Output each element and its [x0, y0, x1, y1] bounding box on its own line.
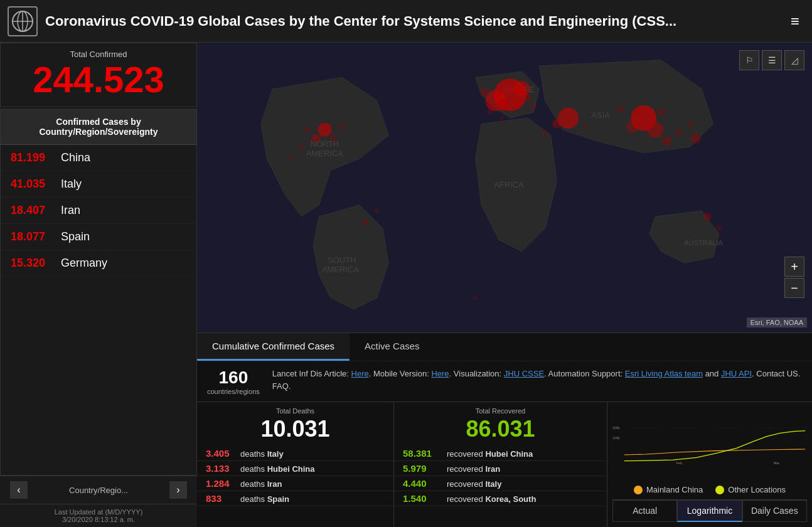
map-attribution: Esri, FAO, NOAA: [747, 317, 807, 327]
legend-item: Mainland China: [634, 485, 703, 494]
country-name: Spain: [61, 230, 90, 243]
legend-dot: [634, 486, 643, 494]
country-item[interactable]: 15.320Germany: [1, 250, 196, 277]
svg-text:AFRICA: AFRICA: [494, 180, 524, 189]
death-item: 3.133deaths Hubei China: [197, 461, 393, 476]
recovery-item: 1.540recovered Korea, South: [394, 491, 607, 506]
chart-tab-2[interactable]: Daily Cases: [742, 500, 807, 522]
tab-0[interactable]: Cumulative Confirmed Cases: [197, 333, 350, 361]
total-confirmed-box: Total Confirmed 244.523: [0, 43, 197, 107]
svg-point-37: [363, 220, 368, 225]
death-count: 3.405: [206, 448, 240, 459]
here1-link[interactable]: Here: [351, 369, 369, 378]
svg-point-15: [498, 100, 509, 111]
chart-tab-0[interactable]: Actual: [612, 500, 677, 522]
last-updated-label: Last Updated at (M/D/YYYY): [10, 508, 187, 516]
svg-point-18: [480, 88, 488, 96]
svg-point-36: [299, 145, 304, 149]
death-item: 3.405deaths Italy: [197, 446, 393, 461]
chart-legend: Mainland ChinaOther Locations: [612, 482, 807, 497]
legend-dot: [715, 486, 724, 494]
esri-link[interactable]: Esri Living Atlas team: [625, 369, 703, 378]
map-zoom: + −: [784, 257, 804, 298]
chart-svg: 200k 100k Feb. Mar.: [612, 407, 807, 482]
svg-point-26: [662, 137, 671, 146]
chart-tabs: ActualLogarithmicDaily Cases: [612, 499, 807, 522]
bottom-panels: Total Deaths 10.031 3.405deaths Italy3.1…: [197, 402, 812, 527]
country-item[interactable]: 41.035Italy: [1, 171, 196, 198]
death-desc: deaths Spain: [240, 494, 289, 504]
automation-text: . Automation Support:: [544, 369, 625, 378]
death-desc: deaths Iran: [240, 479, 282, 489]
recovery-count: 4.440: [403, 478, 447, 489]
country-list-scroll[interactable]: 81.199China41.035Italy18.407Iran18.077Sp…: [1, 145, 196, 475]
recovery-country: Korea, South: [485, 494, 536, 504]
app-header: Coronavirus COVID-19 Global Cases by the…: [0, 0, 812, 43]
zoom-in-button[interactable]: +: [784, 257, 804, 277]
death-country: Italy: [267, 449, 284, 459]
total-confirmed-number: 244.523: [11, 61, 186, 98]
death-count: 1.284: [206, 478, 240, 489]
death-country: Iran: [267, 479, 282, 489]
svg-text:Mar.: Mar.: [774, 461, 780, 465]
svg-text:AMERICA: AMERICA: [322, 265, 359, 274]
svg-point-40: [716, 225, 722, 231]
country-count: 81.199: [11, 151, 61, 164]
svg-point-34: [304, 127, 310, 132]
country-item[interactable]: 18.407Iran: [1, 198, 196, 224]
map-toolbar: ⚐ ☰ ◿: [739, 50, 804, 70]
last-updated-value: 3/20/2020 8:13:12 a. m.: [10, 516, 187, 523]
chart-tab-1[interactable]: Logarithmic: [677, 500, 742, 522]
svg-point-39: [703, 213, 712, 221]
zoom-out-button[interactable]: −: [784, 278, 804, 298]
tab-1[interactable]: Active Cases: [350, 333, 435, 361]
svg-point-33: [330, 135, 337, 142]
country-item[interactable]: 18.077Spain: [1, 224, 196, 250]
tabs-bar: Cumulative Confirmed CasesActive Cases: [197, 333, 812, 361]
country-name: Italy: [61, 178, 82, 191]
death-item: 833deaths Spain: [197, 491, 393, 506]
countries-count-label: countries/regions: [207, 388, 260, 395]
total-deaths-header: Total Deaths: [197, 407, 393, 415]
main-body: Total Confirmed 244.523 Confirmed Cases …: [0, 43, 812, 527]
countries-count: 160 countries/regions: [207, 368, 260, 395]
list-view-button[interactable]: ☰: [762, 50, 782, 70]
mobile-text: . Mobile Version:: [369, 369, 432, 378]
recovery-items-list: 58.381recovered Hubei China5.979recovere…: [394, 446, 607, 506]
menu-icon[interactable]: ≡: [786, 8, 804, 35]
svg-text:100k: 100k: [612, 436, 620, 440]
info-text: Lancet Inf Dis Article: Here. Mobile Ver…: [272, 368, 802, 392]
svg-point-32: [311, 134, 321, 143]
total-recovered-number: 86.031: [394, 416, 607, 442]
deaths-panel: Total Deaths 10.031 3.405deaths Italy3.1…: [197, 402, 394, 527]
recovery-count: 5.979: [403, 463, 447, 474]
svg-text:AUSTRALIA: AUSTRALIA: [684, 239, 723, 247]
svg-point-31: [318, 123, 331, 137]
svg-point-38: [375, 208, 379, 213]
and-text: and: [703, 369, 721, 378]
jhu-api-link[interactable]: JHU API: [721, 369, 752, 378]
svg-text:ASIA: ASIA: [592, 110, 611, 120]
svg-point-16: [513, 99, 522, 109]
svg-point-45: [287, 156, 292, 161]
svg-point-28: [687, 121, 693, 127]
jhu-csse-link[interactable]: JHU CSSE: [504, 369, 544, 378]
here2-link[interactable]: Here: [431, 369, 449, 378]
death-items-list: 3.405deaths Italy3.133deaths Hubei China…: [197, 446, 393, 506]
map-container: NORTH AMERICA SOUTH AMERICA AFRICA ASIA …: [197, 43, 812, 333]
svg-point-41: [499, 115, 504, 120]
bookmark-button[interactable]: ⚐: [739, 50, 759, 70]
nav-prev-button[interactable]: ‹: [10, 481, 28, 499]
country-item[interactable]: 81.199China: [1, 145, 196, 171]
svg-point-46: [473, 295, 478, 300]
svg-point-35: [339, 124, 345, 129]
country-name: China: [61, 151, 90, 164]
country-list-box: Confirmed Cases by Country/Region/Sovere…: [0, 109, 197, 476]
chart-area: 200k 100k Feb. Mar.: [612, 407, 807, 482]
svg-point-19: [531, 104, 537, 109]
recovery-item: 5.979recovered Iran: [394, 461, 607, 476]
svg-text:AMERICA: AMERICA: [306, 149, 343, 158]
death-count: 833: [206, 493, 240, 504]
fullscreen-button[interactable]: ◿: [784, 50, 804, 70]
nav-next-button[interactable]: ›: [169, 481, 187, 499]
